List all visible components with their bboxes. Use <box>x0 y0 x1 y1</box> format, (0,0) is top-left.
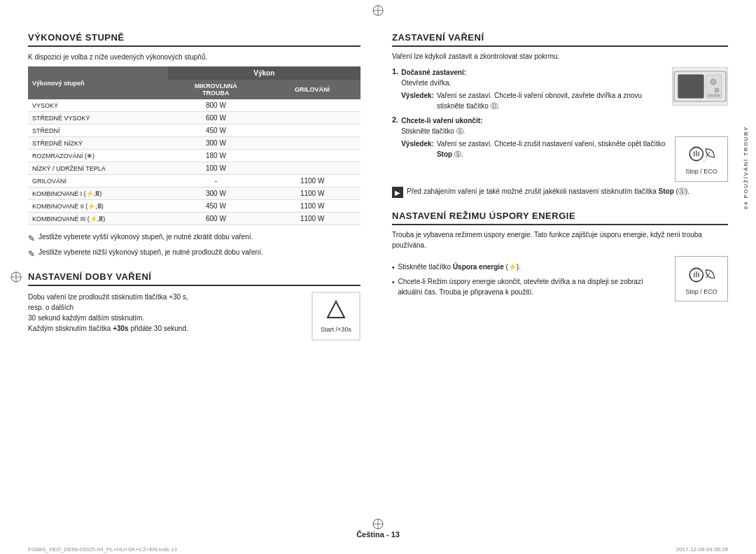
bullet-dot-2: • <box>392 277 395 287</box>
bullet-1: • Stiskněte tlačítko Úspora energie (⚡). <box>392 262 668 273</box>
doby-line2: resp. o dalších <box>28 302 300 313</box>
section-title-rezim: NASTAVENÍ REŽIMU ÚSPORY ENERGIE <box>392 211 728 225</box>
item1-result-row: Výsledek: Vaření se zastaví. Chcete-li v… <box>401 90 665 111</box>
item2-num: 2. <box>392 115 398 124</box>
item2-result-row: Výsledek: Vaření se zastaví. Chcete-li z… <box>401 138 669 159</box>
page-container: 04 POUŽÍVÁNÍ TROUBY VÝKONOVÉ STUPNĚ K di… <box>0 0 756 554</box>
svg-rect-17 <box>708 94 720 97</box>
table-header-vykon: Výkon <box>168 66 361 80</box>
table-row: KOMBINOVANÉ III (⚡,Ⅲ)600 W1100 W <box>28 213 360 225</box>
section1-desc: K dispozici je volba z níže uvedených vý… <box>28 52 360 62</box>
item1-num: 1. <box>392 67 398 76</box>
stop-eco-inner-1: / Stop / ECO <box>675 136 728 182</box>
bullet-section: • Stiskněte tlačítko Úspora energie (⚡).… <box>392 262 668 301</box>
doby-content: Dobu vaření lze prodloužit stisknutím tl… <box>28 292 360 341</box>
doby-text: Dobu vaření lze prodloužit stisknutím tl… <box>28 292 300 334</box>
stop-eco-label-1: Stop / ECO <box>685 167 718 177</box>
zastaveni-item-1: 1. Dočasné zastavení: Otevřete dvířka. V… <box>392 67 665 111</box>
info-arrow-icon: ▶ <box>392 187 403 198</box>
item1-title: Dočasné zastavení: <box>401 69 466 76</box>
top-registration-mark <box>372 4 384 17</box>
svg-point-15 <box>710 79 716 85</box>
table-header-grilování: GRILOVÁNÍ <box>264 80 360 99</box>
main-content: VÝKONOVÉ STUPNĚ K dispozici je volba z n… <box>28 20 728 341</box>
chapter-label: 04 POUŽÍVÁNÍ TROUBY <box>743 126 749 209</box>
zastaveni-section: ZASTAVENÍ VAŘENÍ Vaření lze kdykoli zast… <box>392 32 728 198</box>
table-row: NÍZKÝ / UDRŽENÍ TEPLA100 W <box>28 162 360 175</box>
stop-eco-svg-2 <box>687 263 715 287</box>
start-button-label: Start /+30s <box>321 326 351 333</box>
zastaveni-desc: Vaření lze kdykoli zastavit a zkontrolov… <box>392 51 728 62</box>
table-row: STŘEDNĚ VYSOKÝ600 W <box>28 112 360 125</box>
note-2: ✎ Jestliže vyberete nižší výkonový stupe… <box>28 248 360 260</box>
table-header-mikrovlnna: MIKROVLNNÁ TROUBA <box>168 80 265 99</box>
svg-point-16 <box>715 88 719 92</box>
doby-line3: 30 sekund každým dalším stisknutím. <box>28 313 300 323</box>
stop-eco-svg-1: / <box>687 142 715 166</box>
item1-result-label: Výsledek: <box>401 90 434 101</box>
start-triangle-icon <box>326 299 346 323</box>
item2-content: Chcete-li vaření ukončit: Stiskněte tlač… <box>401 115 728 182</box>
nastaveni-rezim-section: NASTAVENÍ REŽIMU ÚSPORY ENERGIE Trouba j… <box>392 211 728 301</box>
rezim-content: • Stiskněte tlačítko Úspora energie (⚡).… <box>392 256 728 301</box>
page-number: Čeština - 13 <box>356 530 400 539</box>
note-text-1: Jestliže vyberete vyšší výkonový stupeň,… <box>38 232 253 242</box>
item1-text: Otevřete dvířka. <box>401 78 665 88</box>
bullet-text-1: Stiskněte tlačítko Úspora energie (⚡). <box>398 262 521 272</box>
bullet-dot-1: • <box>392 262 395 273</box>
section-title-nastaveni-doby: NASTAVENÍ DOBY VAŘENÍ <box>28 271 360 286</box>
start-button-image: Start /+30s <box>312 292 360 341</box>
section-title-zastaveni: ZASTAVENÍ VAŘENÍ <box>392 32 728 47</box>
bullet-2: • Chcete-li Režim úspory energie ukončit… <box>392 276 668 297</box>
item2-result-label: Výsledek: <box>401 138 434 149</box>
stop-eco-label-2: Stop / ECO <box>685 288 718 295</box>
info-row: ▶ Před zahájením vaření je také možné zr… <box>392 186 728 198</box>
vykonove-stupne-section: VÝKONOVÉ STUPNĚ K dispozici je volba z n… <box>28 32 360 260</box>
table-row: KOMBINOVANÉ II (⚡,Ⅲ)450 W1100 W <box>28 200 360 213</box>
zastaveni-content: 1. Dočasné zastavení: Otevřete dvířka. V… <box>392 67 728 198</box>
section-title-vykonove: VÝKONOVÉ STUPNĚ <box>28 32 360 47</box>
note-text-2: Jestliže vyberete nižší výkonový stupeň,… <box>38 248 263 257</box>
svg-text:/: / <box>704 159 705 163</box>
power-table: Výkonový stupeň Výkon MIKROVLNNÁ TROUBA … <box>28 66 360 225</box>
svg-rect-12 <box>678 75 704 98</box>
table-row: STŘEDNĚ NÍZKÝ300 W <box>28 137 360 150</box>
stop-eco-box-2: Stop / ECO <box>675 256 728 301</box>
doby-line1: Dobu vaření lze prodloužit stisknutím tl… <box>28 292 300 302</box>
zastaveni-item-2: 2. Chcete-li vaření ukončit: Stiskněte t… <box>392 115 728 182</box>
microwave-image <box>672 67 728 106</box>
footer-bar: FG88S_XEO_DE68-03325-04_PL+HU+SK+CZ+EN.i… <box>28 546 728 553</box>
bottom-registration-mark <box>372 518 384 530</box>
item2-result-text: Vaření se zastaví. Chcete-li zrušit nast… <box>437 138 669 159</box>
doby-line4: Každým stisknutím tlačítka +30s přidáte … <box>28 323 300 334</box>
info-text: Před zahájením vaření je také možné zruš… <box>407 186 690 197</box>
rezim-desc: Trouba je vybavena režimem úspory energi… <box>392 229 728 250</box>
item2-result-content: Výsledek: Vaření se zastaví. Chcete-li z… <box>401 136 669 159</box>
item2-result-with-box: Výsledek: Vaření se zastaví. Chcete-li z… <box>401 136 728 182</box>
nastaveni-doby-section: NASTAVENÍ DOBY VAŘENÍ Dobu vaření lze pr… <box>28 271 360 341</box>
power-table-body: VYSOKÝ800 WSTŘEDNĚ VYSOKÝ600 WSTŘEDNÍ450… <box>28 99 360 225</box>
bullet-text-2: Chcete-li Režim úspory energie ukončit, … <box>398 276 668 297</box>
note-1: ✎ Jestliže vyberete vyšší výkonový stupe… <box>28 232 360 245</box>
table-header-stupen: Výkonový stupeň <box>28 66 168 99</box>
left-column: VÝKONOVÉ STUPNĚ K dispozici je volba z n… <box>28 32 368 341</box>
table-row: ROZMRAZOVÁNÍ (❄)180 W <box>28 150 360 162</box>
note-icon-2: ✎ <box>28 248 35 260</box>
table-row: KOMBINOVANÉ I (⚡,Ⅲ)300 W1100 W <box>28 187 360 200</box>
item1-result-text: Vaření se zastaví. Chcete-li vaření obno… <box>437 90 665 111</box>
table-row: GRILOVÁNÍ-1100 W <box>28 175 360 187</box>
right-column: ZASTAVENÍ VAŘENÍ Vaření lze kdykoli zast… <box>388 32 728 341</box>
footer-left: FG88S_XEO_DE68-03325-04_PL+HU+SK+CZ+EN.i… <box>28 546 177 553</box>
item2-title: Chcete-li vaření ukončit: <box>401 117 482 125</box>
table-row: VYSOKÝ800 W <box>28 99 360 112</box>
item1-content: Dočasné zastavení: Otevřete dvířka. Výsl… <box>401 67 665 111</box>
left-registration-mark <box>10 271 22 283</box>
item2-text: Stiskněte tlačítko Ⓢ. <box>401 126 728 136</box>
svg-marker-9 <box>328 301 344 318</box>
footer-right: 2017-12-06 04:36:28 <box>676 546 728 553</box>
table-row: STŘEDNÍ450 W <box>28 125 360 137</box>
note-icon-1: ✎ <box>28 233 35 245</box>
stop-eco-box-1: / Stop / ECO <box>675 136 728 182</box>
stop-eco-inner-2: Stop / ECO <box>675 256 728 301</box>
